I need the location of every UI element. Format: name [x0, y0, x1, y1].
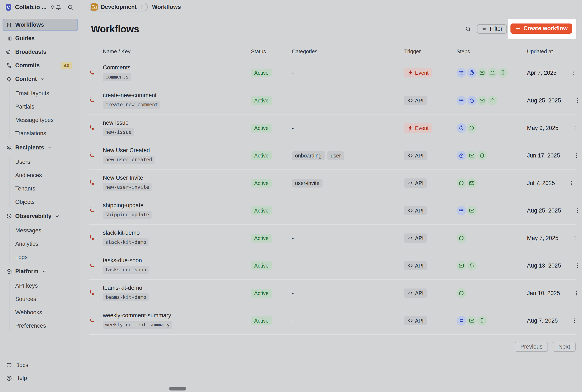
empty-categories: - — [292, 97, 294, 104]
workspace-logo[interactable]: C — [6, 4, 11, 10]
status-badge: Active — [251, 289, 272, 298]
code-icon — [407, 290, 413, 296]
row-menu-button[interactable] — [565, 180, 578, 186]
sidebar-subitem-partials[interactable]: Partials — [2, 100, 78, 114]
sidebar-item-commits[interactable]: Commits40 — [2, 59, 78, 72]
page-title: Workflows — [91, 23, 139, 35]
step-chip — [457, 123, 466, 133]
workflow-key: create-new-comment — [103, 100, 160, 108]
table-search-icon[interactable] — [465, 26, 471, 32]
trigger-badge: API — [404, 96, 427, 105]
sidebar-subitem-analytics[interactable]: Analytics — [2, 237, 78, 250]
table-row[interactable]: New User Created new-user-created Active… — [89, 142, 576, 169]
step-chip — [457, 151, 466, 160]
sidebar-subitem-tenants[interactable]: Tenants — [2, 182, 78, 195]
code-icon — [407, 98, 413, 104]
environment-switcher[interactable]: Development — [89, 3, 148, 12]
sidebar-subitem-messages[interactable]: Messages — [2, 224, 78, 237]
row-menu-button[interactable] — [567, 70, 580, 76]
column-header-updated-at: Updated at — [527, 48, 563, 54]
sidebar-subitem-webhooks[interactable]: Webhooks — [2, 306, 78, 319]
sidebar-item-workflows[interactable]: Workflows — [2, 19, 78, 31]
sidebar-subitem-sources[interactable]: Sources — [2, 292, 78, 306]
table-row[interactable]: new-issue new-issue Active - Event May 9… — [89, 114, 576, 142]
table-row[interactable]: tasks-due-soon tasks-due-soon Active - A… — [89, 252, 576, 279]
sidebar-subitem-objects[interactable]: Objects — [2, 195, 78, 209]
sidebar-item-help[interactable]: Help — [2, 372, 78, 384]
workflow-key: slack-kit-demo — [103, 238, 149, 246]
chevron-down-icon — [47, 145, 53, 151]
trigger-badge: API — [404, 288, 427, 298]
code-icon — [407, 318, 413, 324]
sidebar-subitem-preferences[interactable]: Preferences — [2, 319, 78, 332]
sidebar-subitem-email-layouts[interactable]: Email layouts — [2, 87, 78, 100]
table-row[interactable]: create-new-comment create-new-comment Ac… — [89, 86, 576, 114]
table-row[interactable]: Comments comments Active - Event Apr 7, … — [89, 59, 576, 86]
sidebar-subitem-api-keys[interactable]: API keys — [2, 279, 78, 292]
row-menu-button[interactable] — [569, 125, 581, 131]
notifications-bell-icon[interactable] — [55, 4, 61, 10]
sidebar-item-platform[interactable]: Platform — [2, 265, 78, 278]
transfer-icon — [458, 318, 464, 324]
email-icon — [479, 70, 485, 76]
column-header-trigger: Trigger — [404, 48, 457, 54]
table-row[interactable]: New User Invite new-user-invite Active u… — [89, 169, 576, 197]
column-header-categories: Categories — [292, 48, 404, 54]
sidebar-footer: DocsHelp — [2, 359, 78, 385]
table-row[interactable]: teams-kit-demo teams-kit-demo Active - A… — [89, 279, 576, 307]
workflow-name: New User Created — [103, 148, 251, 153]
table-row[interactable]: weekly-comment-summary weekly-comment-su… — [89, 307, 576, 334]
sidebar-item-recipients[interactable]: Recipients — [2, 142, 78, 154]
sidebar-item-docs[interactable]: Docs — [2, 359, 78, 372]
sidebar-item-content[interactable]: Content — [2, 73, 78, 85]
workspace-switcher-icon[interactable] — [49, 4, 55, 10]
row-menu-button[interactable] — [571, 98, 582, 104]
branch-icon — [6, 63, 12, 68]
subsection-rail — [9, 280, 10, 332]
branch-icon — [89, 317, 95, 323]
column-header-name-key: Name / Key — [103, 48, 251, 54]
table-bottom-divider — [89, 334, 576, 335]
status-badge: Active — [251, 206, 272, 215]
sidebar-search-icon[interactable] — [67, 4, 73, 10]
table-row[interactable]: shipping-update shipping-update Active -… — [89, 197, 576, 224]
code-icon — [407, 208, 413, 214]
filter-button[interactable]: Filter — [477, 24, 507, 34]
sidebar-subitem-translations[interactable]: Translations — [2, 127, 78, 140]
status-badge: Active — [251, 96, 272, 105]
step-chip — [467, 123, 477, 133]
sidebar-item-guides[interactable]: Guides — [2, 32, 78, 45]
create-workflow-button[interactable]: Create workflow — [511, 24, 572, 34]
layers-icon — [6, 22, 12, 28]
sidebar-count-badge: 40 — [61, 62, 72, 70]
sidebar-item-observability[interactable]: Observability — [2, 210, 78, 222]
breadcrumb-page: Workflows — [152, 4, 181, 10]
next-button[interactable]: Next — [553, 342, 576, 352]
create-workflow-label: Create workflow — [523, 25, 568, 32]
sidebar-subitem-logs[interactable]: Logs — [2, 250, 78, 264]
trigger-label: API — [415, 208, 424, 213]
row-menu-button[interactable] — [571, 208, 582, 214]
sidebar-subitem-message-types[interactable]: Message types — [2, 114, 78, 127]
row-menu-button[interactable] — [570, 290, 582, 296]
step-chip — [457, 206, 466, 216]
table-row[interactable]: slack-kit-demo slack-kit-demo Active - A… — [89, 224, 576, 252]
sidebar-item-broadcasts[interactable]: Broadcasts — [2, 46, 78, 58]
sidebar-subitem-users[interactable]: Users — [2, 155, 78, 169]
horizontal-scrollbar-thumb[interactable] — [169, 387, 186, 390]
step-chip — [467, 151, 477, 160]
step-chip — [457, 68, 466, 78]
updated-at: Aug 25, 2025 — [527, 97, 571, 104]
sidebar-subitem-audiences[interactable]: Audiences — [2, 169, 78, 182]
row-menu-button[interactable] — [571, 263, 582, 268]
row-menu-button[interactable] — [568, 318, 581, 324]
row-menu-button[interactable] — [569, 235, 581, 241]
row-menu-button[interactable] — [570, 152, 582, 158]
filter-icon — [482, 26, 487, 32]
step-chip — [457, 96, 466, 106]
step-chip — [457, 288, 466, 298]
sidebar-item-label: Commits — [15, 62, 40, 69]
step-chip — [457, 316, 466, 326]
subsection-rail — [9, 224, 10, 263]
previous-button[interactable]: Previous — [515, 342, 548, 352]
